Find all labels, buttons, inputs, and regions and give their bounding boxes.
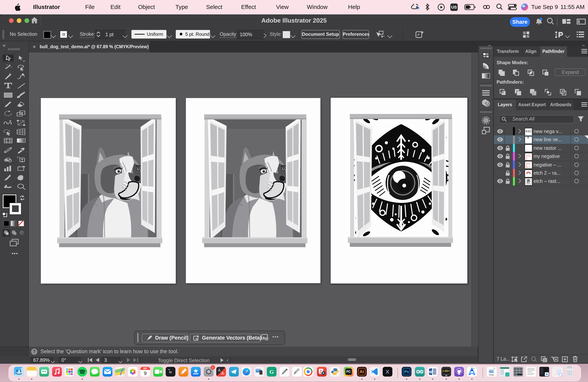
svg-text:tv: tv — [169, 370, 172, 374]
svg-text:PNG: PNG — [489, 374, 494, 376]
svg-text:A: A — [218, 368, 221, 372]
svg-text:X: X — [386, 369, 389, 375]
svg-text:G: G — [270, 369, 274, 375]
svg-text:あ: あ — [221, 371, 225, 375]
svg-text:W: W — [429, 370, 432, 374]
